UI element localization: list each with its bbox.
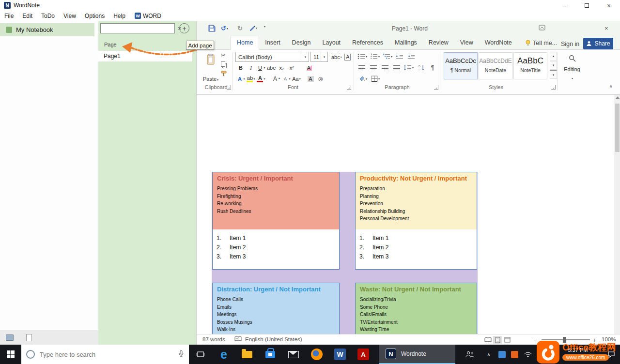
character-shading-button[interactable]: A bbox=[306, 74, 315, 83]
align-right-button[interactable] bbox=[381, 63, 389, 72]
task-view-button[interactable] bbox=[190, 345, 211, 364]
change-case-button[interactable]: Aa▾ bbox=[292, 74, 301, 83]
bold-button[interactable]: B bbox=[236, 63, 245, 72]
tab-layout[interactable]: Layout bbox=[317, 36, 347, 49]
proofing-status-icon[interactable] bbox=[234, 336, 242, 343]
font-dialog-launcher[interactable] bbox=[347, 85, 351, 90]
font-size-combo[interactable]: 11▾ bbox=[310, 52, 328, 62]
close-document-button[interactable]: × bbox=[604, 25, 608, 32]
tab-view[interactable]: View bbox=[454, 36, 479, 49]
borders-button[interactable]: ▾ bbox=[371, 74, 380, 83]
menu-edit[interactable]: Edit bbox=[18, 13, 37, 19]
mic-icon[interactable] bbox=[178, 350, 184, 359]
underline-button[interactable]: U▾ bbox=[257, 63, 265, 72]
page-icon[interactable] bbox=[26, 334, 32, 341]
customize-qat-button[interactable]: ▾ bbox=[264, 25, 265, 28]
add-page-button[interactable]: + bbox=[179, 23, 189, 33]
page-search-input[interactable] bbox=[101, 24, 178, 32]
sign-in-button[interactable]: Sign in bbox=[561, 41, 579, 47]
multilevel-list-button[interactable]: ▾ bbox=[383, 52, 392, 61]
store-button[interactable] bbox=[260, 345, 281, 364]
file-explorer-button[interactable] bbox=[236, 345, 258, 364]
style-notedate[interactable]: AaBbCcDdE NoteDate bbox=[479, 52, 512, 79]
show-formatting-marks-button[interactable]: ¶ bbox=[428, 63, 437, 72]
style-normal[interactable]: AaBbCcDc ¶ Normal bbox=[444, 52, 478, 79]
styles-dialog-launcher[interactable] bbox=[551, 85, 556, 90]
taskbar-search-input[interactable] bbox=[40, 351, 178, 358]
font-color-button[interactable]: A▾ bbox=[257, 74, 265, 83]
ribbon-display-options-button[interactable] bbox=[539, 25, 545, 30]
scroll-up-icon[interactable] bbox=[616, 96, 620, 99]
web-layout-button[interactable] bbox=[503, 336, 512, 344]
align-left-button[interactable] bbox=[357, 63, 366, 72]
print-layout-button[interactable] bbox=[493, 336, 502, 344]
cut-button[interactable]: ✂ bbox=[221, 52, 225, 59]
tab-review[interactable]: Review bbox=[423, 36, 454, 49]
styles-more-button[interactable]: ▾ bbox=[550, 70, 557, 79]
text-effects-button[interactable]: A▾ bbox=[236, 74, 245, 83]
maximize-button[interactable] bbox=[575, 0, 598, 11]
vertical-scrollbar[interactable] bbox=[614, 95, 620, 334]
undo-button[interactable]: ↺▾ bbox=[221, 25, 228, 32]
scrollbar-thumb[interactable] bbox=[615, 104, 620, 152]
tab-insert[interactable]: Insert bbox=[259, 36, 286, 49]
collapse-ribbon-button[interactable]: ∧ bbox=[609, 84, 613, 89]
share-button[interactable]: Share bbox=[583, 38, 613, 49]
shrink-font-button[interactable]: A▾ bbox=[282, 74, 291, 83]
style-notetitle[interactable]: AaBbC NoteTitle bbox=[513, 52, 547, 79]
save-button[interactable] bbox=[208, 25, 216, 32]
copy-button[interactable] bbox=[221, 61, 227, 68]
subscript-button[interactable]: x₂ bbox=[277, 63, 286, 72]
mail-button[interactable] bbox=[283, 345, 304, 364]
shading-button[interactable]: ▾ bbox=[358, 74, 367, 83]
phonetic-guide-button[interactable]: abc▾ bbox=[331, 52, 342, 61]
italic-button[interactable]: I bbox=[247, 63, 255, 72]
language-status[interactable]: English (United States) bbox=[245, 336, 302, 342]
menu-options[interactable]: Options bbox=[80, 13, 109, 19]
menu-file[interactable]: File bbox=[0, 13, 18, 19]
clipboard-dialog-launcher[interactable] bbox=[227, 85, 231, 90]
word-count[interactable]: 87 words bbox=[202, 336, 225, 342]
numbered-list-button[interactable]: ▾ bbox=[370, 52, 380, 61]
document-page[interactable]: Crisis: Urgent / Important Pressing Prob… bbox=[197, 95, 620, 334]
network-button[interactable] bbox=[522, 345, 534, 364]
increase-indent-button[interactable] bbox=[407, 52, 416, 61]
editing-button[interactable]: Editing ▾ bbox=[560, 52, 584, 81]
notebook-header[interactable]: My Notebook bbox=[0, 23, 94, 36]
tab-mailings[interactable]: Mailings bbox=[389, 36, 423, 49]
firefox-button[interactable] bbox=[306, 345, 327, 364]
menu-todo[interactable]: ToDo bbox=[37, 13, 59, 19]
tray-icon-2[interactable] bbox=[509, 345, 520, 364]
bullet-list-button[interactable]: ▾ bbox=[357, 52, 367, 61]
page-search-box[interactable]: × bbox=[100, 23, 175, 33]
align-center-button[interactable] bbox=[369, 63, 378, 72]
touch-mode-button[interactable]: ▾ bbox=[249, 25, 257, 31]
read-mode-button[interactable] bbox=[483, 336, 492, 344]
line-spacing-button[interactable]: ▾ bbox=[404, 63, 414, 72]
superscript-button[interactable]: x² bbox=[287, 63, 296, 72]
menu-help[interactable]: Help bbox=[109, 13, 130, 19]
font-name-combo[interactable]: Calibri (Body)▾ bbox=[235, 52, 309, 62]
format-painter-button[interactable] bbox=[221, 71, 227, 76]
word-taskbar-button[interactable]: W bbox=[329, 345, 351, 364]
sort-button[interactable] bbox=[417, 63, 425, 72]
justify-button[interactable] bbox=[392, 63, 401, 72]
edge-button[interactable]: e bbox=[213, 345, 234, 364]
grow-font-button[interactable]: A▾ bbox=[272, 74, 280, 83]
tell-me-button[interactable]: Tell me... bbox=[525, 40, 557, 46]
close-button[interactable]: × bbox=[598, 0, 620, 11]
highlight-button[interactable]: ab▾ bbox=[247, 74, 255, 83]
strikethrough-button[interactable]: abe bbox=[267, 63, 276, 72]
paragraph-dialog-launcher[interactable] bbox=[434, 85, 438, 90]
redo-button[interactable]: ↻ bbox=[237, 25, 243, 32]
minimize-button[interactable]: – bbox=[553, 0, 575, 11]
enclose-characters-button[interactable]: ◎ bbox=[316, 74, 325, 83]
taskbar-search[interactable] bbox=[21, 345, 189, 364]
styles-scroll-up-button[interactable]: ▴ bbox=[550, 52, 557, 61]
character-border-button[interactable]: A bbox=[343, 52, 352, 61]
wordnote-taskbar-button[interactable]: N Wordnote bbox=[379, 345, 455, 364]
decrease-indent-button[interactable] bbox=[395, 52, 404, 61]
tray-icon-1[interactable] bbox=[496, 345, 508, 364]
tab-wordnote[interactable]: WordNote bbox=[479, 36, 518, 49]
hidden-icons-button[interactable]: ∧ bbox=[482, 345, 495, 364]
